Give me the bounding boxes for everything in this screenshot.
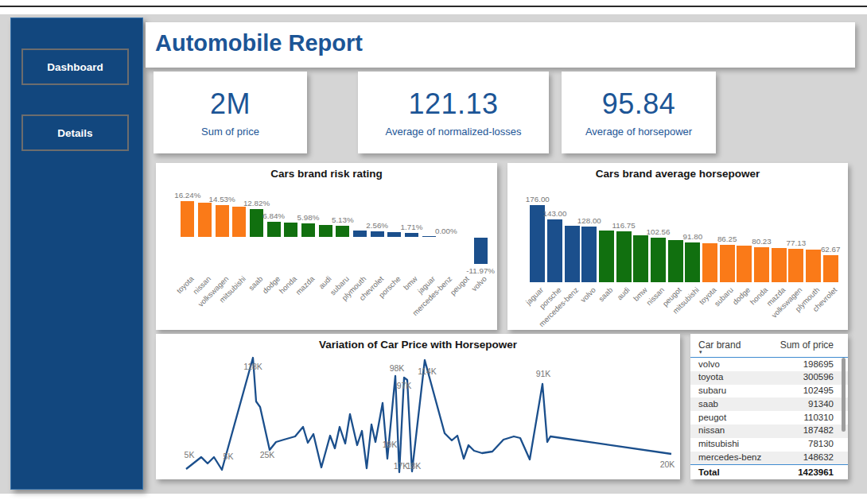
- table-row-mercedes-benz[interactable]: mercedes-benz148632: [690, 452, 848, 465]
- bar-nissan[interactable]: [198, 203, 212, 237]
- table-row-mitsubishi[interactable]: mitsubishi78130: [690, 438, 848, 452]
- table-row-nissan[interactable]: nissan187482: [690, 425, 848, 438]
- bar-value-label: 91.80: [683, 232, 703, 241]
- bar-chevrolet[interactable]: [371, 231, 384, 237]
- bar-subaru[interactable]: [336, 226, 349, 237]
- cell-sum-of-price: 110310: [803, 413, 834, 424]
- bar-saab[interactable]: [599, 231, 614, 282]
- bar-value-label: 14.53%: [209, 195, 235, 204]
- bar-audi[interactable]: [319, 225, 332, 238]
- axis-label-mazda: mazda: [294, 274, 316, 297]
- cell-sum-of-price: 91340: [808, 399, 834, 410]
- bar-volvo[interactable]: [474, 238, 488, 264]
- top-divider-line: [0, 6, 867, 7]
- bar-value-label: 80.23: [752, 237, 772, 246]
- axis-label-audi: audi: [615, 285, 631, 301]
- data-point-label: 19K: [383, 440, 398, 449]
- bar-volvo[interactable]: [581, 227, 597, 282]
- bar-bmw[interactable]: [405, 233, 418, 237]
- bar-subaru[interactable]: [720, 245, 735, 282]
- kpi-card-horsepower[interactable]: 95.84 Average of horsepower: [562, 72, 716, 153]
- bar-value-label: 16.24%: [174, 191, 200, 200]
- data-point-label: 5K: [224, 452, 234, 461]
- sort-descending-icon[interactable]: ▾: [699, 349, 702, 355]
- col-header-car-brand[interactable]: Car brand: [698, 339, 741, 351]
- table-row-peugot[interactable]: peugot110310: [690, 411, 848, 425]
- table-total-row: Total 1423961: [690, 464, 848, 479]
- bar-porsche[interactable]: [547, 219, 562, 282]
- chart-title: Cars brand average horsepower: [507, 168, 848, 180]
- cell-car-brand: mercedes-benz: [698, 452, 761, 463]
- bar-volkswagen[interactable]: [216, 205, 229, 237]
- kpi-card-normalized-losses[interactable]: 121.13 Average of normalized-losses: [358, 72, 549, 153]
- bar-jaguar[interactable]: [422, 236, 436, 237]
- kpi-label: Sum of price: [201, 126, 259, 138]
- cell-car-brand: toyota: [698, 372, 723, 383]
- bar-toyota[interactable]: [702, 243, 717, 282]
- cell-sum-of-price: 300596: [803, 372, 834, 383]
- sidebar-item-dashboard[interactable]: Dashboard: [21, 48, 129, 85]
- bar-mitsubishi[interactable]: [685, 242, 700, 283]
- bar-honda[interactable]: [754, 247, 769, 282]
- data-point-label: 97K: [397, 381, 412, 390]
- table-header[interactable]: Car brand Sum of price ▾: [690, 334, 848, 358]
- bar-mercedes-benz[interactable]: [565, 226, 580, 282]
- table-card-price-by-brand: Car brand Sum of price ▾ volvo198695toyo…: [690, 334, 848, 479]
- bar-chevrolet[interactable]: [823, 255, 838, 283]
- bar-audi[interactable]: [616, 231, 632, 282]
- bar-bmw[interactable]: [633, 235, 648, 282]
- kpi-card-sum-of-price[interactable]: 2M Sum of price: [154, 72, 307, 153]
- bar-peugot[interactable]: [668, 240, 683, 282]
- bar-value-label: 5.13%: [332, 215, 354, 224]
- bar-value-label: 102.56: [647, 227, 671, 236]
- bar-mazda[interactable]: [301, 223, 315, 237]
- bar-toyota[interactable]: [181, 201, 194, 237]
- table-scrollbar[interactable]: [842, 358, 846, 432]
- bar-value-label: 77.13: [787, 238, 807, 247]
- bar-volkswagen[interactable]: [788, 249, 803, 282]
- chart-card-risk-rating: Cars brand risk rating 16.24%14.53%12.82…: [156, 163, 497, 330]
- cell-sum-of-price: 78130: [808, 439, 834, 450]
- chart-card-price-line: Variation of Car Price with Horsepower 5…: [156, 334, 680, 479]
- data-point-label: 20K: [660, 459, 675, 469]
- bar-dodge[interactable]: [737, 246, 752, 282]
- cell-sum-of-price: 198695: [803, 359, 834, 370]
- data-point-label: 18K: [406, 461, 422, 471]
- data-point-label: 114K: [418, 366, 437, 376]
- bar-value-label: 86.25: [717, 235, 737, 243]
- data-point-label: 91K: [536, 369, 551, 378]
- table-row-subaru[interactable]: subaru102495: [690, 385, 848, 398]
- cell-sum-of-price: 187482: [803, 425, 834, 436]
- bar-value-label: 143.00: [543, 209, 567, 218]
- col-header-sum-of-price[interactable]: Sum of price: [780, 339, 834, 351]
- bar-value-label: 128.00: [577, 216, 601, 225]
- kpi-value: 2M: [210, 87, 251, 121]
- cell-car-brand: subaru: [698, 386, 726, 397]
- bar-plymouth[interactable]: [353, 231, 367, 237]
- chart-card-avg-horsepower: Cars brand average horsepower 176.00143.…: [507, 163, 848, 330]
- bar-porsche[interactable]: [387, 232, 401, 237]
- data-point-label: 5K: [185, 450, 195, 459]
- kpi-value: 121.13: [408, 87, 498, 121]
- bar-value-label: 1.71%: [401, 223, 423, 231]
- total-value: 1423961: [798, 467, 834, 479]
- bar-plymouth[interactable]: [806, 250, 821, 282]
- kpi-label: Average of horsepower: [585, 126, 692, 138]
- bar-dodge[interactable]: [267, 222, 281, 237]
- cell-car-brand: mitsubishi: [698, 439, 739, 450]
- axis-label-saab: saab: [597, 285, 614, 303]
- bar-saab[interactable]: [250, 209, 263, 238]
- bar-mitsubishi[interactable]: [232, 207, 246, 237]
- sidebar-item-details[interactable]: Details: [21, 114, 129, 151]
- bar-value-label: 0.00%: [435, 227, 457, 235]
- table-row-volvo[interactable]: volvo198695: [690, 358, 848, 371]
- bar-nissan[interactable]: [651, 238, 666, 282]
- axis-label-peugot: peugot: [449, 274, 471, 297]
- table-row-toyota[interactable]: toyota300596: [690, 371, 848, 385]
- data-point-label: 98K: [390, 363, 405, 373]
- table-row-saab[interactable]: saab91340: [690, 397, 848, 411]
- bar-mazda[interactable]: [772, 248, 787, 283]
- axis-label-toyota: toyota: [175, 274, 196, 295]
- bar-value-label: 6.84%: [262, 211, 285, 220]
- bar-honda[interactable]: [284, 223, 297, 237]
